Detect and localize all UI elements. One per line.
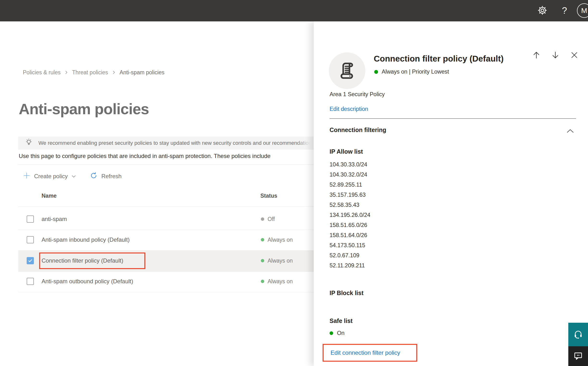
row-separator [18, 292, 314, 292]
status-label: Always on [268, 257, 293, 264]
next-item-button[interactable] [550, 50, 561, 61]
avatar-initial: M [581, 7, 587, 15]
ip-entry: 52.0.67.109 [330, 250, 370, 260]
main-content: Policies & rules Threat policies Anti-sp… [0, 21, 314, 366]
page-description: Use this page to configure policies that… [19, 153, 314, 161]
status-on-dot [374, 70, 378, 74]
status-dot [261, 238, 264, 241]
status-label: Always on [268, 278, 293, 285]
help-button[interactable]: ? [559, 5, 570, 16]
breadcrumb-policies-rules[interactable]: Policies & rules [23, 69, 60, 76]
status-dot [261, 259, 264, 262]
row-checkbox[interactable] [27, 215, 34, 223]
row-checkbox[interactable] [27, 236, 34, 243]
policy-name[interactable]: Anti-spam inbound policy (Default) [42, 236, 130, 244]
safe-list-value: On [337, 330, 345, 336]
status-label: Off [268, 215, 275, 223]
breadcrumb-threat-policies[interactable]: Threat policies [72, 69, 108, 76]
scroll-icon [337, 60, 357, 81]
status-dot [261, 217, 264, 221]
ip-block-list-heading: IP Block list [330, 290, 363, 297]
ip-allow-list: 104.30.33.0/24 104.30.32.0/24 52.89.255.… [330, 160, 370, 271]
arrow-up-icon [532, 51, 541, 60]
chevron-right-icon [112, 69, 116, 75]
page-title: Anti-spam policies [19, 100, 149, 118]
ip-entry: 35.157.195.63 [330, 190, 370, 200]
status-dot [261, 280, 264, 283]
ip-entry: 104.30.32.0/24 [330, 169, 370, 180]
panel-divider [330, 118, 576, 119]
arrow-down-icon [551, 51, 560, 60]
breadcrumb-anti-spam-policies[interactable]: Anti-spam policies [120, 69, 165, 76]
row-checkbox-checked[interactable] [27, 257, 34, 264]
ip-entry: 52.58.35.43 [330, 200, 370, 210]
recommendation-banner: We recommend enabling preset security po… [18, 137, 314, 150]
annotation-highlight-box: Edit connection filter policy [323, 344, 417, 362]
edit-connection-filter-policy-link[interactable]: Edit connection filter policy [331, 349, 400, 356]
panel-status: Always on | Priority Lowest [374, 69, 449, 75]
ip-entry: 52.89.255.11 [330, 180, 370, 190]
toolbar: Create policy Refresh [23, 170, 122, 183]
column-header-name[interactable]: Name [42, 193, 57, 199]
column-header-status[interactable]: Status [260, 193, 277, 199]
ip-entry: 104.30.33.0/24 [330, 160, 370, 169]
row-separator [18, 206, 314, 206]
safe-list-heading: Safe list [330, 317, 353, 324]
refresh-button[interactable]: Refresh [90, 172, 122, 181]
previous-item-button[interactable] [531, 50, 542, 61]
ip-allow-list-heading: IP Allow list [330, 148, 363, 155]
panel-status-text: Always on | Priority Lowest [382, 69, 449, 75]
close-panel-button[interactable] [569, 50, 580, 61]
section-connection-filtering: Connection filtering [330, 127, 386, 133]
banner-text: We recommend enabling preset security po… [38, 140, 314, 146]
avatar[interactable]: M [577, 3, 588, 18]
policy-icon-circle [329, 53, 365, 89]
app-root: ? M Policies & rules Threat policies Ant… [0, 0, 588, 366]
ip-entry: 54.173.50.115 [330, 240, 370, 250]
safe-list-status: On [330, 330, 345, 336]
row-checkbox[interactable] [27, 278, 34, 285]
description-fade [294, 153, 314, 161]
breadcrumb: Policies & rules Threat policies Anti-sp… [23, 69, 164, 76]
feedback-bubble-icon [573, 351, 583, 361]
chevron-up-icon [566, 130, 574, 134]
annotation-highlight-box [39, 252, 145, 269]
topbar: ? M [0, 0, 588, 21]
plus-icon [23, 172, 30, 181]
status-on-dot [330, 331, 333, 335]
ip-entry: 158.51.64.0/26 [330, 230, 370, 240]
settings-button[interactable] [537, 5, 548, 16]
collapse-section-button[interactable] [565, 127, 575, 135]
chevron-down-icon [71, 175, 76, 178]
headset-icon [573, 329, 583, 340]
support-button[interactable] [568, 323, 588, 346]
panel-nav [523, 50, 580, 61]
row-separator [18, 230, 314, 230]
close-icon [570, 51, 579, 60]
refresh-label: Refresh [101, 173, 122, 180]
panel-title: Connection filter policy (Default) [374, 54, 504, 63]
row-separator [18, 250, 314, 251]
ip-entry: 52.11.209.211 [330, 260, 370, 271]
refresh-icon [90, 172, 97, 181]
banner-fade [297, 137, 314, 150]
help-icon: ? [562, 6, 567, 16]
policy-name[interactable]: Anti-spam outbound policy (Default) [42, 277, 133, 285]
policy-group-label: Area 1 Security Policy [330, 91, 385, 98]
ip-entry: 134.195.26.0/24 [330, 210, 370, 220]
create-policy-label: Create policy [34, 173, 68, 180]
create-policy-button[interactable]: Create policy [23, 172, 76, 181]
ip-entry: 158.51.65.0/26 [330, 220, 370, 230]
gear-icon [537, 5, 547, 16]
policy-details-panel: Connection filter policy (Default) Alway… [314, 21, 588, 366]
status-label: Always on [268, 236, 293, 243]
feedback-button[interactable] [568, 346, 588, 366]
lightbulb-icon [24, 138, 33, 148]
chevron-right-icon [64, 69, 68, 75]
policy-name[interactable]: anti-spam [42, 215, 67, 223]
row-separator [18, 272, 314, 272]
edit-description-link[interactable]: Edit description [330, 106, 368, 112]
